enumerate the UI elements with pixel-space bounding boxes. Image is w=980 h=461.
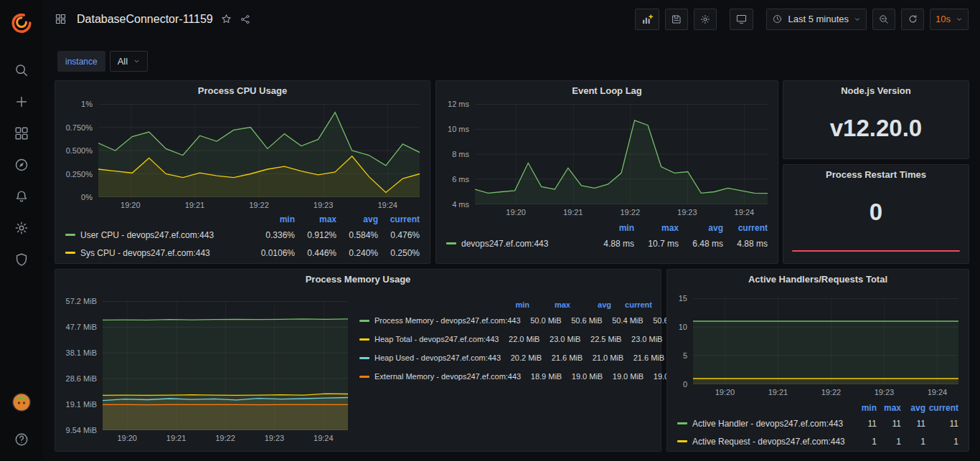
sidebar [0,0,43,461]
series-label[interactable]: Active Request - devops247.ef.com:443 [692,437,845,447]
loop-legend: min max avg current devops247.ef.com:443… [446,222,768,252]
zoom-out-button[interactable] [872,9,895,30]
series-label[interactable]: Active Handler - devops247.ef.com:443 [692,419,843,429]
create-plus-icon[interactable] [6,86,37,118]
series-current: 23.0 MiB [621,335,662,343]
grafana-logo[interactable] [7,7,36,36]
series-swatch [359,376,369,378]
series-max: 21.6 MiB [542,353,583,362]
legend-header-avg[interactable]: avg [570,300,611,309]
y-axis-labels: 12 ms10 ms8 ms6 ms4 ms [442,104,475,204]
legend-header-max[interactable]: max [634,223,679,233]
memory-legend: min max avg current Process Memory - dev… [359,298,652,386]
time-range-label: Last 5 minutes [788,14,849,24]
server-admin-shield-icon[interactable] [6,244,37,275]
series-swatch [359,338,369,341]
apps-grid-icon [55,13,67,25]
x-axis-labels: 19:2019:2119:2219:2319:24 [475,204,768,220]
legend-header-avg[interactable]: avg [679,223,723,233]
series-label[interactable]: Process Memory - devops247.ef.com:443 [374,316,521,325]
dashboard-title: DatabaseConnector-11159 [77,13,213,26]
loop-plot-area[interactable] [475,104,768,204]
series-avg: 11 [901,419,925,429]
legend-header-current[interactable]: current [611,300,652,309]
memory-chart: 57.2 MiB47.7 MiB38.1 MiB28.6 MiB19.1 MiB… [61,301,348,446]
series-min: 0.336% [253,230,295,240]
series-avg: 21.0 MiB [583,353,623,362]
panel-title[interactable]: Process Restart Times [783,165,969,185]
series-avg: 19.0 MiB [603,372,644,381]
legend-header-min[interactable]: min [590,223,634,233]
dashboard-header: DatabaseConnector-11159 Last 5 minutes [43,0,980,38]
legend-row: User CPU - devops247.ef.com:443 0.336% 0… [65,226,420,244]
legend-header-max[interactable]: max [295,214,336,224]
legend-header-min[interactable]: min [852,403,877,413]
legend-header-min[interactable]: min [489,300,529,309]
variable-value: All [118,56,128,67]
legend-row: Sys CPU - devops247.ef.com:443 0.0106% 0… [65,244,420,262]
series-label[interactable]: Heap Total - devops247.ef.com:443 [374,335,499,343]
dashboards-icon[interactable] [6,118,37,149]
series-swatch [359,357,369,359]
variable-value-dropdown[interactable]: All [110,51,148,72]
legend-header-max[interactable]: max [877,403,901,413]
panel-title[interactable]: Event Loop Lag [436,81,778,101]
explore-compass-icon[interactable] [6,149,37,181]
series-min: 22.0 MiB [499,335,540,343]
refresh-interval-label: 10s [936,14,951,24]
panel-title[interactable]: Process Memory Usage [55,270,661,290]
series-label[interactable]: Heap Used - devops247.ef.com:443 [374,353,501,362]
legend-header-min[interactable]: min [253,214,295,224]
legend-header-current[interactable]: current [723,223,768,233]
series-label[interactable]: User CPU - devops247.ef.com:443 [80,230,214,240]
add-panel-button[interactable] [635,9,659,30]
panel-title[interactable]: Node.js Version [783,81,969,101]
legend-header-avg[interactable]: avg [336,214,378,224]
panel-process-cpu-usage: Process CPU Usage 1%0.750%0.500%0.250%0%… [55,80,430,264]
dashboard-settings-button[interactable] [694,9,717,30]
series-avg: 50.4 MiB [603,316,644,325]
series-label[interactable]: devops247.ef.com:443 [461,239,548,249]
time-range-picker[interactable]: Last 5 minutes [766,9,867,30]
y-axis-labels: 57.2 MiB47.7 MiB38.1 MiB28.6 MiB19.1 MiB… [61,301,103,430]
series-max: 19.0 MiB [562,372,603,381]
series-max: 0.446% [295,248,336,258]
cpu-plot-area[interactable] [98,104,420,197]
configuration-gear-icon[interactable] [6,212,37,244]
series-max: 50.6 MiB [562,316,603,325]
handlers-plot-area[interactable] [693,298,958,384]
series-min: 50.0 MiB [521,316,562,325]
refresh-button[interactable] [901,9,924,30]
series-avg: 22.5 MiB [580,335,621,343]
legend-row: Active Handler - devops247.ef.com:443 11… [677,414,958,432]
save-dashboard-button[interactable] [665,9,688,30]
panel-nodejs-version: Node.js Version v12.20.0 [783,80,969,159]
series-avg: 0.584% [336,230,378,240]
panel-title[interactable]: Active Handlers/Requests Total [667,270,969,290]
cpu-legend: min max avg current User CPU - devops247… [65,213,420,262]
legend-header-max[interactable]: max [529,300,570,309]
star-icon[interactable] [220,13,232,25]
tv-cycle-view-button[interactable] [730,9,753,30]
share-icon[interactable] [240,14,251,25]
memory-plot-area[interactable] [103,301,348,430]
panel-title[interactable]: Process CPU Usage [55,81,430,101]
series-max: 10.7 ms [634,239,679,249]
legend-header-current[interactable]: current [378,214,420,224]
series-label[interactable]: External Memory - devops247.ef.com:443 [374,372,521,381]
legend-header-current[interactable]: current [925,403,958,413]
legend-row: Process Memory - devops247.ef.com:443 50… [359,311,652,330]
search-icon[interactable] [6,54,37,86]
series-current: 0.250% [378,248,420,258]
series-label[interactable]: Sys CPU - devops247.ef.com:443 [80,248,210,258]
refresh-interval-dropdown[interactable]: 10s [930,9,969,30]
help-icon[interactable] [6,424,37,455]
legend-header-avg[interactable]: avg [901,403,925,413]
legend-row: Heap Used - devops247.ef.com:443 20.2 Mi… [359,348,652,367]
template-variables: instance All [57,51,148,72]
alerting-bell-icon[interactable] [6,181,37,212]
user-avatar[interactable] [6,386,37,418]
series-max: 1 [877,437,901,447]
panel-active-handlers-requests: Active Handlers/Requests Total 151050 19… [666,269,969,452]
legend-row: devops247.ef.com:443 4.88 ms 10.7 ms 6.4… [446,234,768,252]
